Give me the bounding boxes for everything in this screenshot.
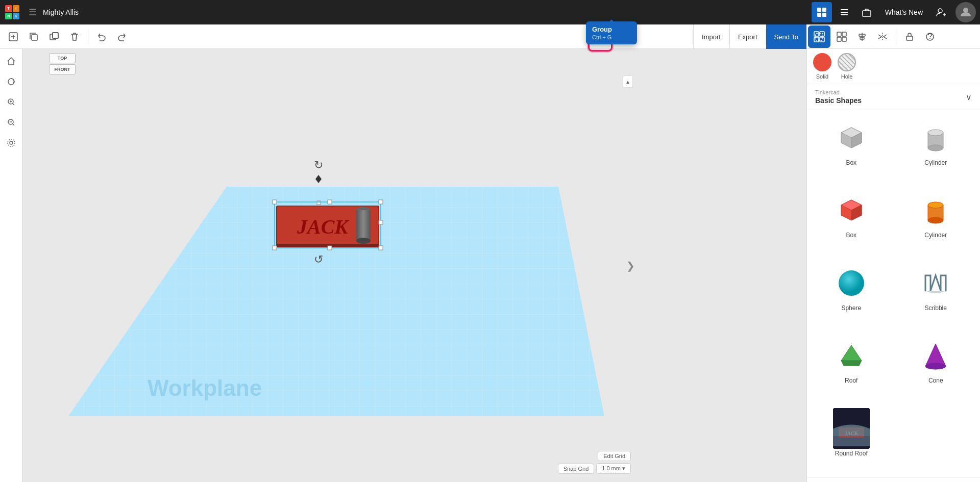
group-tooltip: Group Ctrl + G — [586, 21, 637, 44]
status-bar — [807, 477, 980, 482]
svg-point-44 — [928, 202, 943, 208]
sphere-label: Sphere — [841, 305, 861, 312]
svg-rect-2 — [817, 13, 821, 17]
hamburger-icon[interactable]: ☰ — [29, 7, 37, 18]
lock-button[interactable] — [900, 28, 919, 46]
home-button[interactable] — [3, 53, 19, 69]
main-area: TOP FRONT ▲ — [0, 49, 980, 482]
box-grey-label: Box — [846, 159, 856, 166]
shape-item-cone[interactable]: Cone — [896, 332, 976, 400]
svg-rect-18 — [842, 32, 846, 36]
svg-point-6 — [963, 8, 968, 13]
undo-button[interactable] — [92, 28, 111, 46]
bottom-controls: Edit Grid Snap Grid 1.0 mm ▾ — [558, 451, 631, 474]
mirror-button[interactable] — [873, 28, 892, 46]
rotate-arrow-top-icon[interactable]: ↻ — [314, 159, 323, 171]
canvas-area[interactable]: TOP FRONT ▲ — [22, 49, 806, 482]
send-to-button[interactable]: Send To — [766, 24, 806, 49]
collapse-panel-button[interactable]: ▲ — [623, 75, 633, 88]
logo-t: T — [5, 5, 12, 12]
roof-label: Roof — [845, 377, 857, 384]
snap-dropdown-icon: ▾ — [622, 465, 625, 471]
rotate-view-button[interactable] — [3, 73, 19, 90]
group-shortcut: Ctrl + G — [592, 34, 631, 40]
left-panel — [0, 49, 22, 482]
shape-item-box-grey[interactable]: Box — [811, 114, 892, 183]
sphere-icon — [833, 265, 870, 301]
logo: T I N K — [0, 0, 24, 24]
shape-item-round-roof[interactable]: JACK Round Roof — [811, 405, 892, 473]
cylinder-grey-icon — [917, 119, 954, 156]
edit-grid-button[interactable]: Edit Grid — [598, 451, 631, 461]
hole-label: Hole — [841, 73, 853, 80]
align-button[interactable] — [853, 28, 871, 46]
shape-item-roof[interactable]: Roof — [811, 332, 892, 400]
svg-point-38 — [928, 130, 943, 136]
scale-handle-top[interactable] — [315, 175, 322, 183]
handle-tm[interactable] — [328, 200, 332, 204]
svg-rect-17 — [837, 32, 841, 36]
tools-icon[interactable] — [834, 2, 854, 22]
action-buttons: Import Export Send To — [693, 24, 806, 49]
box-red-label: Box — [846, 232, 856, 239]
solid-option[interactable]: Solid — [813, 53, 831, 80]
logo-n: N — [5, 13, 12, 20]
snap-grid-button[interactable]: Snap Grid — [558, 464, 595, 474]
top-bar: T I N K ☰ Mighty Allis — [0, 0, 980, 24]
handle-bl[interactable] — [273, 246, 277, 250]
briefcase-icon[interactable] — [856, 2, 877, 22]
zoom-out-button[interactable] — [3, 114, 19, 131]
category-dropdown-icon: ∨ — [966, 92, 972, 102]
group-tooltip-label: Group — [592, 26, 631, 33]
rotate-arrow-bottom-icon[interactable]: ↺ — [314, 253, 323, 266]
import-button[interactable]: Import — [693, 24, 729, 49]
svg-rect-3 — [822, 13, 826, 17]
user-add-icon[interactable] — [931, 2, 951, 22]
shape-item-scribble[interactable]: Scribble — [896, 260, 976, 328]
help-icon[interactable] — [921, 28, 939, 46]
export-button[interactable]: Export — [729, 24, 766, 49]
user-avatar[interactable] — [955, 2, 976, 22]
zoom-in-button[interactable] — [3, 94, 19, 110]
copy-button[interactable] — [24, 28, 43, 46]
logo-k: K — [13, 13, 20, 20]
category-sub: Tinkercad — [815, 89, 862, 95]
svg-rect-8 — [32, 35, 37, 40]
svg-rect-12 — [814, 32, 819, 36]
shape-item-cylinder-grey[interactable]: Cylinder — [896, 114, 976, 183]
right-scroll-arrow[interactable]: ❯ — [626, 260, 635, 272]
grid-view-icon[interactable] — [812, 2, 832, 22]
snap-value-button[interactable]: 1.0 mm ▾ — [596, 463, 631, 474]
shape-item-sphere[interactable]: Sphere — [811, 260, 892, 328]
ungroup-button[interactable] — [832, 28, 851, 46]
duplicate-button[interactable] — [45, 28, 63, 46]
category-header[interactable]: Tinkercad Basic Shapes ∨ — [807, 84, 980, 110]
whats-new-button[interactable]: What's New — [879, 0, 929, 24]
cube-top[interactable]: TOP — [49, 53, 76, 63]
handle-br[interactable] — [379, 246, 383, 250]
cylinder-grey-label: Cylinder — [924, 159, 947, 166]
redo-button[interactable] — [113, 28, 131, 46]
handle-mr[interactable] — [379, 220, 383, 224]
group-button[interactable] — [808, 26, 830, 48]
handle-tl[interactable] — [273, 200, 277, 204]
reset-view-button[interactable] — [3, 135, 19, 151]
right-panel: Solid Hole Tinkercad Basic Shapes ∨ — [806, 49, 980, 482]
delete-button[interactable] — [65, 28, 84, 46]
app-title: Mighty Allis — [43, 8, 812, 16]
new-shape-button[interactable] — [4, 28, 22, 46]
svg-rect-4 — [863, 11, 871, 16]
hole-option[interactable]: Hole — [838, 53, 856, 80]
solid-circle-icon — [813, 53, 831, 71]
round-roof-preview: JACK — [833, 408, 870, 449]
svg-rect-10 — [53, 33, 58, 38]
handle-tr[interactable] — [379, 200, 383, 204]
cube-front[interactable]: FRONT — [49, 64, 76, 74]
secondary-toolbar: Import Export Send To — [0, 24, 980, 49]
shape-item-box-red[interactable]: Box — [811, 187, 892, 255]
workplane-container: Workplane ↻ JACK — [68, 69, 609, 432]
svg-rect-25 — [906, 36, 913, 40]
shape-item-cylinder-orange[interactable]: Cylinder — [896, 187, 976, 255]
logo-i: I — [13, 5, 20, 12]
handle-bm[interactable] — [328, 246, 332, 250]
